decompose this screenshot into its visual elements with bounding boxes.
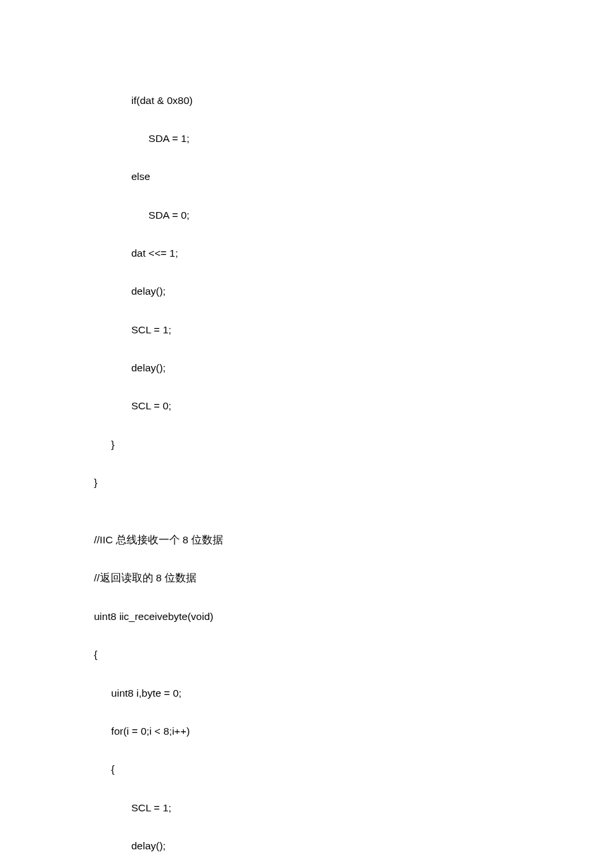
code-line: delay(); — [94, 359, 613, 378]
code-line: SCL = 0; — [94, 397, 613, 416]
code-line: { — [94, 760, 613, 779]
code-line: { — [94, 645, 613, 665]
code-line: SDA = 0; — [94, 206, 613, 225]
comment-line: //返回读取的 8 位数据 — [94, 569, 613, 588]
code-line: uint8 iic_receivebyte(void) — [94, 607, 613, 627]
code-line: SCL = 1; — [94, 321, 613, 340]
document-page: if(dat & 0x80) SDA = 1; else SDA = 0; da… — [0, 0, 613, 868]
code-line: dat <<= 1; — [94, 244, 613, 263]
code-line: uint8 i,byte = 0; — [94, 684, 613, 703]
code-line: SDA = 1; — [94, 129, 613, 149]
code-line: SCL = 1; — [94, 799, 613, 818]
code-line: } — [94, 473, 613, 493]
code-line: delay(); — [94, 837, 613, 856]
code-line: delay(); — [94, 282, 613, 301]
code-line: else — [94, 167, 613, 187]
code-line: } — [94, 435, 613, 455]
code-line: if(dat & 0x80) — [94, 91, 613, 111]
code-line: for(i = 0;i < 8;i++) — [94, 722, 613, 741]
comment-line: //IIC 总线接收一个 8 位数据 — [94, 531, 613, 550]
